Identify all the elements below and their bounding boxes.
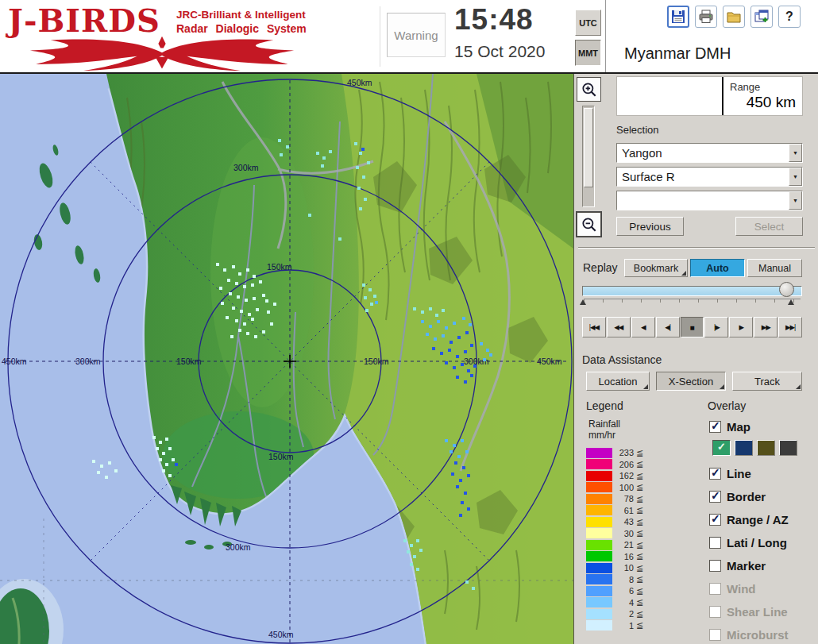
clock: 15:48 15 Oct 2020 <box>454 3 581 61</box>
replay-slider-thumb[interactable] <box>779 282 794 297</box>
warning-indicator[interactable]: Warning <box>387 13 446 57</box>
zoom-in-icon <box>581 81 598 98</box>
legend-swatch <box>586 482 612 492</box>
new-window-button[interactable] <box>750 6 773 28</box>
location-button[interactable]: Location <box>586 372 650 391</box>
option-dropdown-value <box>617 191 789 210</box>
select-button[interactable]: Select <box>735 217 803 236</box>
zoom-in-button[interactable] <box>577 77 601 102</box>
replay-timeline-slider[interactable] <box>582 286 802 296</box>
chevron-down-icon[interactable]: ▼ <box>789 144 802 162</box>
bookmark-button[interactable]: Bookmark <box>624 259 688 277</box>
legend-swatch <box>586 563 612 573</box>
legend-row: 21≦ <box>586 539 643 551</box>
range-label: Range <box>730 81 760 93</box>
overlay-item-line[interactable]: Line <box>709 465 751 482</box>
legend-value: 8 <box>612 575 636 584</box>
legend-value: 206 <box>612 460 636 469</box>
legend-value: 6 <box>612 586 636 596</box>
zoom-slider-track[interactable] <box>582 106 595 207</box>
logo-title: J-BIRDS <box>8 2 160 39</box>
site-dropdown[interactable]: Yangon ▼ <box>616 143 803 163</box>
zoom-out-button[interactable] <box>577 212 601 237</box>
checkbox-marker[interactable] <box>709 560 721 572</box>
overlay-item-map[interactable]: Map <box>709 418 750 435</box>
control-panel: Range 450 km Selection Yangon ▼ Surface … <box>573 74 818 644</box>
fast-rewind-button[interactable]: ◀◀ <box>607 317 631 337</box>
option-dropdown[interactable]: ▼ <box>616 191 803 210</box>
map-color-olive[interactable] <box>757 440 775 456</box>
radar-map[interactable]: 450km 300km 150km 450km 300km 150km 150k… <box>0 74 573 644</box>
overlay-item-range-az[interactable]: Range / AZ <box>709 511 789 528</box>
go-to-start-button[interactable]: |◀◀ <box>582 317 606 337</box>
legend-lte-symbol: ≦ <box>636 528 643 538</box>
go-to-end-button[interactable]: ▶▶| <box>778 317 802 337</box>
legend-row: 1≦ <box>586 620 643 632</box>
checkbox-line[interactable] <box>709 468 721 480</box>
legend-lte-symbol: ≦ <box>636 505 643 515</box>
auto-button[interactable]: Auto <box>690 259 745 277</box>
overlay-item-lati-long[interactable]: Lati / Long <box>709 534 787 551</box>
toolbar: ? <box>667 6 801 28</box>
overlay-item-label: Range / AZ <box>727 513 789 526</box>
x-section-button[interactable]: X-Section <box>656 372 726 391</box>
chevron-down-icon[interactable]: ▼ <box>789 168 802 186</box>
legend-swatch <box>586 597 612 607</box>
step-back-button[interactable]: ◀| <box>656 317 680 337</box>
legend-row: 30≦ <box>586 528 643 540</box>
legend-value: 16 <box>612 552 636 561</box>
step-forward-button[interactable]: |▶ <box>704 317 728 337</box>
track-button[interactable]: Track <box>732 372 802 391</box>
map-color-green[interactable] <box>712 440 731 456</box>
overlay-item-label: Wind <box>727 582 756 596</box>
utc-button[interactable]: UTC <box>575 10 601 36</box>
play-reverse-button[interactable]: ◀ <box>631 317 655 337</box>
zoom-slider-thumb[interactable] <box>584 108 593 187</box>
radar-map-canvas: 450km 300km 150km 450km 300km 150km 150k… <box>0 74 573 644</box>
chevron-down-icon[interactable]: ▼ <box>789 191 802 210</box>
product-dropdown[interactable]: Surface R ▼ <box>616 167 803 187</box>
legend-row: 2≦ <box>586 608 643 620</box>
clock-date: 15 Oct 2020 <box>454 42 581 61</box>
legend-swatch <box>586 517 612 527</box>
previous-button[interactable]: Previous <box>616 217 684 236</box>
checkbox-border[interactable] <box>709 491 721 503</box>
ring-label: 450km <box>2 357 27 366</box>
map-color-gray[interactable] <box>779 440 797 456</box>
overlay-item-border[interactable]: Border <box>709 488 766 505</box>
stop-button[interactable]: ■ <box>681 317 704 337</box>
eagle-icon <box>6 35 318 73</box>
ring-label: 450km <box>347 78 372 87</box>
legend-value: 1 <box>612 621 636 631</box>
print-button[interactable] <box>695 6 717 28</box>
legend-swatch <box>586 471 612 481</box>
overlay-item-marker[interactable]: Marker <box>709 557 766 574</box>
checkbox-range-az[interactable] <box>709 514 721 526</box>
legend-lte-symbol: ≦ <box>636 471 643 481</box>
map-color-navy[interactable] <box>735 440 753 456</box>
open-folder-button[interactable] <box>723 6 745 28</box>
header: J-BIRDS JRC-Brilliant & Intelligent Rada… <box>0 0 818 74</box>
save-button[interactable] <box>667 6 689 28</box>
timezone-switch: UTC MMT <box>575 10 602 70</box>
fast-forward-button[interactable]: ▶▶ <box>754 317 777 337</box>
product-dropdown-value: Surface R <box>617 168 789 186</box>
replay-slider-ticks <box>584 299 801 304</box>
legend-lte-symbol: ≦ <box>636 609 643 619</box>
play-button[interactable]: ▶ <box>729 317 753 337</box>
manual-button[interactable]: Manual <box>747 259 802 277</box>
mmt-button[interactable]: MMT <box>575 40 601 66</box>
legend-swatch <box>586 448 612 458</box>
legend-value: 2 <box>612 609 636 619</box>
map-color-options <box>712 440 797 456</box>
legend-swatch <box>586 609 612 619</box>
checkbox-map[interactable] <box>709 421 721 433</box>
checkbox-lati-long[interactable] <box>709 537 721 549</box>
range-value: 450 km <box>747 94 796 111</box>
section-divider <box>578 247 815 249</box>
help-button[interactable]: ? <box>778 6 801 28</box>
ring-label: 300km <box>233 163 259 172</box>
ring-label: 450km <box>268 630 294 639</box>
overlay-label: Overlay <box>708 399 746 412</box>
legend-lte-symbol: ≦ <box>636 551 643 561</box>
